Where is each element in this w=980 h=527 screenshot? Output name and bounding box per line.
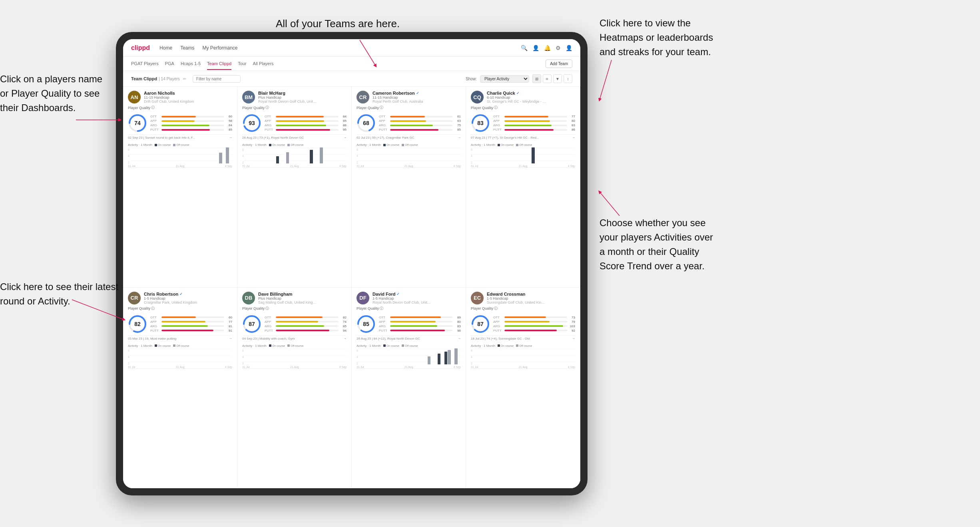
player-name[interactable]: Aaron Nicholls	[144, 91, 232, 95]
stat-row: APP 80	[493, 119, 575, 123]
filter-input[interactable]	[193, 75, 241, 83]
activity-header: Activity · 1 Month On course Off course	[128, 143, 232, 147]
list-view-button[interactable]: ≡	[543, 74, 552, 83]
quality-circle[interactable]: 74	[128, 113, 147, 133]
sub-nav-pga[interactable]: PGA	[165, 58, 174, 70]
last-round[interactable]: 03 Mar 23 | 19, Must make putting →	[128, 335, 232, 342]
quality-circle[interactable]: 87	[242, 314, 261, 334]
verified-icon: ✓	[416, 91, 419, 95]
stat-name: APP	[493, 119, 503, 123]
filter-view-button[interactable]: ▼	[553, 74, 562, 83]
chart-labels: 31 Jul21 Aug4 Sep	[471, 165, 575, 167]
quality-section: 74 OTT 60 APP 58 ARG 84 PUTT	[128, 113, 232, 133]
chart-label: 4 Sep	[454, 165, 461, 167]
last-round[interactable]: 26 Aug 23 | 73 (+1), Royal North Devon G…	[242, 134, 347, 141]
add-team-button[interactable]: Add Team	[546, 60, 572, 68]
profile-icon[interactable]: 👤	[532, 45, 539, 51]
legend-on-course: On course	[269, 344, 285, 347]
quality-circle[interactable]: 68	[357, 113, 376, 133]
stat-value: 77	[226, 320, 232, 324]
player-name[interactable]: Blair McHarg	[258, 91, 347, 95]
last-round[interactable]: 26 Aug 23 | 84 (+12), Royal North Devon …	[357, 335, 461, 342]
player-name[interactable]: Charlie Quick ✓	[487, 91, 575, 95]
activity-section: Activity · 1 Month On course Off course …	[357, 344, 461, 369]
search-icon[interactable]: 🔍	[521, 45, 528, 51]
player-card: BM Blair McHarg Plus Handicap Royal Nort…	[237, 87, 352, 288]
nav-home[interactable]: Home	[159, 44, 172, 52]
sub-nav-pgat[interactable]: PGAT Players	[131, 58, 159, 70]
chart-bar	[532, 147, 534, 163]
stat-bar-bg	[504, 125, 567, 126]
sub-nav-hcaps[interactable]: Hcaps 1-5	[181, 58, 201, 70]
quality-circle[interactable]: 83	[471, 113, 490, 133]
stat-row: APP 74	[265, 320, 347, 324]
info-icon: ⓘ	[494, 105, 498, 110]
logo[interactable]: clippd	[131, 44, 150, 52]
player-club: St. George's Hill GC - Weybridge - Surre…	[487, 99, 547, 103]
stat-row: ARG 83	[493, 123, 575, 127]
nav-my-performance[interactable]: My Performance	[202, 44, 237, 52]
avatar: DF	[357, 292, 369, 304]
last-round-text: 02 Sep 23 | Sunset round to get back int…	[128, 136, 195, 139]
activity-legend: On course Off course	[269, 344, 303, 347]
player-name[interactable]: Dave Billingham	[258, 292, 347, 296]
quality-circle[interactable]: 82	[128, 314, 147, 334]
avatar: BM	[242, 91, 255, 103]
stat-bar-bg	[276, 330, 339, 331]
last-round[interactable]: 18 Jul 23 | 74 (+4), Sunningdale GC - Ol…	[471, 335, 575, 342]
sort-view-button[interactable]: ↕	[564, 74, 572, 83]
quality-label: Player Quality ⓘ	[357, 105, 461, 110]
stat-bar-fill	[161, 125, 209, 126]
quality-circle[interactable]: 87	[471, 314, 490, 334]
activity-section: Activity · 1 Month On course Off course …	[357, 143, 461, 168]
avatar-icon[interactable]: 👤	[566, 45, 572, 51]
last-round[interactable]: 04 Sep 23 | Mobility with coach, Gym →	[242, 335, 347, 342]
arrow-heatmap	[596, 56, 619, 104]
sub-nav-all-players[interactable]: All Players	[253, 58, 274, 70]
activity-header: Activity · 1 Month On course Off course	[357, 344, 461, 348]
activity-section: Activity · 1 Month On course Off course …	[242, 344, 347, 369]
sub-nav-tour[interactable]: Tour	[238, 58, 246, 70]
player-name[interactable]: Cameron Robertson ✓	[372, 91, 461, 95]
activity-legend: On course Off course	[155, 143, 189, 146]
bell-icon[interactable]: 🔔	[544, 45, 551, 51]
stat-bar-bg	[390, 125, 453, 126]
sub-nav-team-clippd[interactable]: Team Clippd	[207, 58, 231, 70]
chart-bars	[128, 348, 232, 364]
stat-bar-fill	[161, 129, 210, 131]
show-select[interactable]: Player Activity Quality Score Trend	[480, 75, 529, 83]
quality-circle[interactable]: 85	[357, 314, 376, 334]
grid-view-button[interactable]: ⊞	[532, 74, 541, 83]
last-round[interactable]: 02 Sep 23 | Sunset round to get back int…	[128, 134, 232, 141]
edit-icon[interactable]: ✏	[183, 77, 186, 81]
quality-circle[interactable]: 93	[242, 113, 261, 133]
svg-line-19	[72, 300, 124, 320]
avatar: EC	[471, 292, 484, 304]
quality-number: 87	[249, 321, 255, 327]
off-course-label: Off course	[405, 344, 418, 347]
stat-name: PUTT	[379, 128, 388, 131]
stat-name: OTT	[493, 316, 503, 319]
quality-number: 68	[363, 120, 369, 126]
chart-bar	[310, 150, 313, 163]
last-round[interactable]: 07 Aug 23 | 77 (+7), St George's Hill GC…	[471, 134, 575, 141]
arrow-teams	[352, 36, 384, 68]
activity-header: Activity · 1 Month On course Off course	[242, 143, 347, 147]
off-course-label: Off course	[519, 344, 532, 347]
last-round[interactable]: 02 Jul 23 | 59 (+17), Craigmillar Park G…	[357, 134, 461, 141]
quality-section: 68 OTT 61 APP 63 ARG 75 PUTT	[357, 113, 461, 133]
player-name[interactable]: David Ford ✓	[372, 292, 461, 296]
chart-label: 21 Aug	[290, 165, 299, 167]
stats-bars: OTT 84 APP 85 ARG 88 PUTT 95	[265, 115, 347, 131]
stat-value: 92	[569, 329, 575, 332]
settings-icon[interactable]: ⚙	[556, 45, 561, 51]
stat-bar-bg	[276, 325, 339, 327]
nav-teams[interactable]: Teams	[180, 44, 194, 52]
player-name[interactable]: Chris Robertson ✓	[144, 292, 232, 296]
stat-bar-bg	[390, 116, 453, 117]
player-name[interactable]: Edward Crossman	[487, 292, 575, 296]
activity-header: Activity · 1 Month On course Off course	[357, 143, 461, 147]
stat-name: PUTT	[493, 329, 503, 332]
stat-bar-bg	[161, 129, 224, 131]
on-course-label: On course	[386, 143, 399, 146]
